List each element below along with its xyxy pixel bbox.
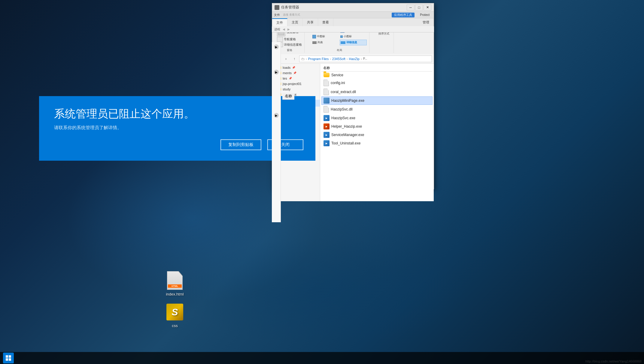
titlebar-title-text: 任务管理器 xyxy=(281,5,405,10)
right-panel-header: 名称 xyxy=(282,93,294,100)
dialog-buttons: 复制到剪贴板 关闭 xyxy=(220,139,303,150)
dialog-title: 系统管理员已阻止这个应用。 xyxy=(54,107,303,121)
nav-pane-icon xyxy=(277,37,283,42)
protect-label: Protect xyxy=(418,13,432,17)
desktop-icon-index-html[interactable]: HTML index.html xyxy=(165,271,184,296)
progress-text: 进程 xyxy=(274,27,280,32)
svg-rect-3 xyxy=(9,358,11,361)
svg-rect-1 xyxy=(9,355,11,358)
minimize-button[interactable]: ─ xyxy=(407,5,415,11)
file-icon-haozip-mini xyxy=(324,98,330,104)
layout-group-label: 布局 xyxy=(337,48,342,52)
details-label: 详细信息 xyxy=(346,41,357,44)
desktop-icons-area: HTML index.html S css xyxy=(165,271,184,328)
collapse-button-bot[interactable]: ▶ xyxy=(274,113,279,118)
file-list: 名称 Service config.ini coral_extract.dll … xyxy=(320,64,434,201)
file-name-haozip-mini: HaozipMiniPage.exe xyxy=(331,99,364,103)
right-column-label: 名称 xyxy=(285,94,292,98)
maximize-button[interactable]: □ xyxy=(415,5,423,11)
collapse-button-top[interactable]: ▶ xyxy=(274,44,279,49)
details-view[interactable]: 详细信息 xyxy=(340,40,367,45)
details-icon xyxy=(341,41,345,44)
table-row[interactable]: config.ini xyxy=(321,78,433,87)
file-icon-haozip-svc-exe: ▶ xyxy=(324,115,330,121)
svg-rect-0 xyxy=(6,355,8,358)
file-name-service-manager: ServiceManager.exe xyxy=(331,133,364,137)
file-icon-coral xyxy=(324,89,329,95)
collapse-button-mid[interactable]: ▶ xyxy=(274,70,279,74)
tab-view[interactable]: 查看 xyxy=(318,18,333,26)
column-name: 名称 xyxy=(323,66,330,70)
medium-icon xyxy=(312,35,316,38)
table-row[interactable]: ▶ Tool_Uninstall.exe xyxy=(321,139,433,147)
ribbon-top-bar: 文件 选项 查看方式 应用程序工具 Protect xyxy=(272,12,434,18)
file-list-header: 名称 xyxy=(321,65,433,71)
file-name-coral: coral_extract.dll xyxy=(331,90,356,94)
tab-home[interactable]: 主页 xyxy=(287,18,303,26)
pin-icon-ments: 📌 xyxy=(293,71,296,74)
titlebar-app-icon xyxy=(275,5,279,10)
up-button[interactable]: ↑ xyxy=(291,55,298,62)
titlebar: 任务管理器 ─ □ ✕ xyxy=(272,3,434,12)
breadcrumb-program-files[interactable]: Program Files xyxy=(308,57,329,61)
desktop-icon-label-css: css xyxy=(172,323,178,328)
table-row[interactable]: ▶ HaozipSvc.exe xyxy=(321,114,433,122)
svg-rect-2 xyxy=(6,358,8,361)
titlebar-buttons: ─ □ ✕ xyxy=(407,5,431,11)
sidebar-tes-label: tes xyxy=(283,77,287,80)
file-icon-tool-uninstall: ▶ xyxy=(324,140,330,146)
tab-manage[interactable]: 管理 xyxy=(418,18,434,26)
desktop-icon-css[interactable]: S css xyxy=(165,302,184,328)
close-button[interactable]: ✕ xyxy=(424,5,431,11)
file-icon-service-manager: ▶ xyxy=(324,132,330,138)
table-row[interactable]: Service xyxy=(321,71,433,78)
table-row[interactable]: HaozipMiniPage.exe xyxy=(321,96,433,105)
panes-group-label: 窗格 xyxy=(287,48,292,52)
arrows-right: ▶ xyxy=(287,28,290,31)
address-bar[interactable]: 🗀 › Program Files › 2345Soft › HaoZip › … xyxy=(299,56,432,62)
apps-tools-label: 应用程序工具 xyxy=(392,13,415,17)
sidebar-ments-label: ments xyxy=(283,71,292,75)
list-label: 列表 xyxy=(317,41,323,44)
file-menu[interactable]: 文件 xyxy=(274,13,280,17)
breadcrumb-2345soft[interactable]: 2345Soft xyxy=(332,57,345,61)
tab-file[interactable]: 文件 xyxy=(272,18,287,26)
medium-label: 中图标 xyxy=(317,35,325,38)
small-label: 小图标 xyxy=(344,35,352,38)
sidebar-study-label: study xyxy=(283,87,290,91)
table-row[interactable]: coral_extract.dll xyxy=(321,87,433,96)
breadcrumb-more: P... xyxy=(363,57,367,60)
start-button[interactable] xyxy=(3,353,14,363)
medium-icons[interactable]: 中图标 xyxy=(312,34,339,39)
breadcrumb-haozip[interactable]: HaoZip xyxy=(349,57,360,61)
sidebar-loads-label: loads xyxy=(283,66,290,69)
folder-icon-service xyxy=(324,73,330,77)
file-icon-config xyxy=(324,80,329,86)
sublime-text-icon: S xyxy=(166,304,183,320)
small-icons[interactable]: 小图标 xyxy=(340,34,367,39)
ribbon-tabs: 文件 主页 共享 查看 管理 xyxy=(272,18,434,26)
tab-spacer xyxy=(333,18,418,26)
table-row[interactable]: HaozipSvc.dll xyxy=(321,105,433,114)
pin-icon-tes: 📌 xyxy=(289,77,292,80)
tab-share[interactable]: 共享 xyxy=(303,18,318,26)
arrows-left: ◀ xyxy=(283,28,285,31)
list-view[interactable]: 列表 xyxy=(312,40,339,45)
sidebar-jsp-label: jsp-project01 xyxy=(283,82,302,86)
navigation-bar: ‹ › ↑ 🗀 › Program Files › 2345Soft › Hao… xyxy=(272,54,434,64)
table-row[interactable]: ▶ Helper_Haozip.exe xyxy=(321,122,433,131)
breadcrumb-home: 🗀 xyxy=(301,57,305,61)
forward-button[interactable]: › xyxy=(282,55,290,62)
copy-to-clipboard-button[interactable]: 复制到剪贴板 xyxy=(220,139,261,150)
details-pane-label[interactable]: 详细信息窗格 xyxy=(284,43,302,47)
file-icon-helper-haozip: ▶ xyxy=(324,123,330,129)
table-row[interactable]: ▶ ServiceManager.exe xyxy=(321,131,433,139)
pin-icon-loads: 📌 xyxy=(292,66,295,69)
file-name-config: config.ini xyxy=(331,81,345,85)
navigation-pane-label[interactable]: 导航窗格 xyxy=(284,37,296,41)
view-menu-partial: 选项 查看方式 xyxy=(283,13,300,17)
file-name-haozip-svc-dll: HaozipSvc.dll xyxy=(331,107,353,111)
desktop-icon-label-html: index.html xyxy=(166,292,184,296)
file-name-service: Service xyxy=(331,73,343,77)
dialog-subtitle: 请联系你的系统管理员了解详情。 xyxy=(54,125,303,131)
